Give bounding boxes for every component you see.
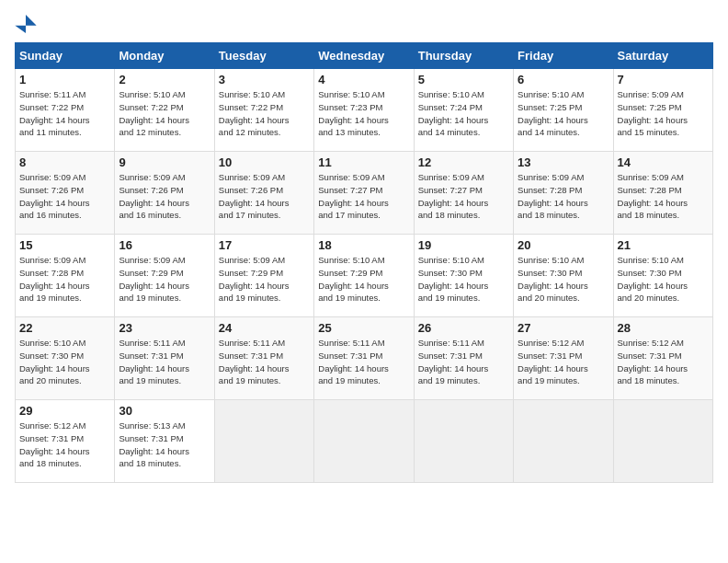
svg-marker-0: [26, 15, 37, 26]
calendar-body: 1Sunrise: 5:11 AM Sunset: 7:22 PM Daylig…: [16, 69, 713, 483]
day-number: 12: [418, 155, 509, 169]
day-number: 8: [19, 155, 110, 169]
calendar-cell: 5Sunrise: 5:10 AM Sunset: 7:24 PM Daylig…: [414, 69, 513, 152]
day-info: Sunrise: 5:10 AM Sunset: 7:23 PM Dayligh…: [318, 88, 409, 139]
calendar-cell: 27Sunrise: 5:12 AM Sunset: 7:31 PM Dayli…: [514, 317, 613, 400]
calendar-cell: [214, 400, 313, 483]
svg-marker-1: [15, 26, 26, 33]
day-info: Sunrise: 5:10 AM Sunset: 7:30 PM Dayligh…: [19, 337, 110, 387]
day-number: 17: [219, 238, 310, 252]
calendar-cell: 14Sunrise: 5:09 AM Sunset: 7:28 PM Dayli…: [613, 152, 712, 235]
day-info: Sunrise: 5:09 AM Sunset: 7:29 PM Dayligh…: [119, 254, 210, 304]
calendar-cell: 29Sunrise: 5:12 AM Sunset: 7:31 PM Dayli…: [16, 400, 115, 483]
day-number: 16: [119, 238, 210, 252]
day-number: 27: [518, 321, 609, 335]
calendar-cell: 15Sunrise: 5:09 AM Sunset: 7:28 PM Dayli…: [16, 235, 115, 317]
day-info: Sunrise: 5:12 AM Sunset: 7:31 PM Dayligh…: [518, 337, 609, 387]
calendar-cell: 11Sunrise: 5:09 AM Sunset: 7:27 PM Dayli…: [314, 152, 414, 235]
calendar-cell: 4Sunrise: 5:10 AM Sunset: 7:23 PM Daylig…: [314, 69, 414, 152]
day-info: Sunrise: 5:09 AM Sunset: 7:27 PM Dayligh…: [318, 171, 409, 222]
day-number: 14: [618, 155, 709, 169]
day-number: 1: [19, 73, 110, 86]
calendar-cell: 26Sunrise: 5:11 AM Sunset: 7:31 PM Dayli…: [414, 317, 513, 400]
calendar-cell: 8Sunrise: 5:09 AM Sunset: 7:26 PM Daylig…: [16, 152, 115, 235]
header-cell-wednesday: Wednesday: [314, 43, 414, 69]
calendar-cell: 24Sunrise: 5:11 AM Sunset: 7:31 PM Dayli…: [214, 317, 313, 400]
day-info: Sunrise: 5:09 AM Sunset: 7:26 PM Dayligh…: [219, 171, 310, 222]
day-info: Sunrise: 5:10 AM Sunset: 7:24 PM Dayligh…: [418, 88, 509, 139]
day-number: 13: [518, 155, 609, 169]
day-number: 30: [119, 404, 210, 418]
day-number: 22: [19, 321, 110, 335]
day-info: Sunrise: 5:12 AM Sunset: 7:31 PM Dayligh…: [618, 337, 709, 387]
calendar-cell: 18Sunrise: 5:10 AM Sunset: 7:29 PM Dayli…: [314, 235, 414, 317]
calendar-cell: 13Sunrise: 5:09 AM Sunset: 7:28 PM Dayli…: [514, 152, 613, 235]
header-row: SundayMondayTuesdayWednesdayThursdayFrid…: [16, 43, 713, 69]
day-info: Sunrise: 5:11 AM Sunset: 7:31 PM Dayligh…: [219, 337, 310, 387]
calendar-cell: 7Sunrise: 5:09 AM Sunset: 7:25 PM Daylig…: [613, 69, 712, 152]
day-info: Sunrise: 5:09 AM Sunset: 7:28 PM Dayligh…: [618, 171, 709, 222]
calendar-cell: 10Sunrise: 5:09 AM Sunset: 7:26 PM Dayli…: [214, 152, 313, 235]
calendar-cell: 6Sunrise: 5:10 AM Sunset: 7:25 PM Daylig…: [514, 69, 613, 152]
day-info: Sunrise: 5:09 AM Sunset: 7:25 PM Dayligh…: [618, 88, 709, 139]
calendar-cell: [613, 400, 712, 483]
day-number: 6: [518, 73, 609, 86]
calendar-cell: 16Sunrise: 5:09 AM Sunset: 7:29 PM Dayli…: [115, 235, 214, 317]
header-cell-monday: Monday: [115, 43, 214, 69]
calendar-cell: 20Sunrise: 5:10 AM Sunset: 7:30 PM Dayli…: [514, 235, 613, 317]
header-cell-friday: Friday: [514, 43, 613, 69]
day-number: 11: [318, 155, 409, 169]
day-info: Sunrise: 5:09 AM Sunset: 7:26 PM Dayligh…: [19, 171, 110, 222]
day-number: 5: [418, 73, 509, 86]
calendar-cell: 3Sunrise: 5:10 AM Sunset: 7:22 PM Daylig…: [214, 69, 313, 152]
calendar-week-3: 15Sunrise: 5:09 AM Sunset: 7:28 PM Dayli…: [16, 235, 713, 317]
day-info: Sunrise: 5:09 AM Sunset: 7:26 PM Dayligh…: [119, 171, 210, 222]
calendar-cell: 21Sunrise: 5:10 AM Sunset: 7:30 PM Dayli…: [613, 235, 712, 317]
day-info: Sunrise: 5:10 AM Sunset: 7:30 PM Dayligh…: [618, 254, 709, 304]
day-info: Sunrise: 5:09 AM Sunset: 7:27 PM Dayligh…: [418, 171, 509, 222]
day-number: 18: [318, 238, 409, 252]
day-number: 23: [119, 321, 210, 335]
day-info: Sunrise: 5:11 AM Sunset: 7:31 PM Dayligh…: [119, 337, 210, 387]
day-info: Sunrise: 5:10 AM Sunset: 7:22 PM Dayligh…: [219, 88, 310, 139]
day-number: 21: [618, 238, 709, 252]
day-info: Sunrise: 5:10 AM Sunset: 7:30 PM Dayligh…: [418, 254, 509, 304]
calendar-week-4: 22Sunrise: 5:10 AM Sunset: 7:30 PM Dayli…: [16, 317, 713, 400]
logo-icon: [15, 15, 37, 33]
day-info: Sunrise: 5:13 AM Sunset: 7:31 PM Dayligh…: [119, 419, 210, 470]
calendar-week-2: 8Sunrise: 5:09 AM Sunset: 7:26 PM Daylig…: [16, 152, 713, 235]
day-info: Sunrise: 5:12 AM Sunset: 7:31 PM Dayligh…: [19, 419, 110, 470]
calendar-cell: 19Sunrise: 5:10 AM Sunset: 7:30 PM Dayli…: [414, 235, 513, 317]
day-info: Sunrise: 5:10 AM Sunset: 7:25 PM Dayligh…: [518, 88, 609, 139]
day-number: 26: [418, 321, 509, 335]
calendar-cell: 17Sunrise: 5:09 AM Sunset: 7:29 PM Dayli…: [214, 235, 313, 317]
day-number: 29: [19, 404, 110, 418]
day-number: 25: [318, 321, 409, 335]
calendar-cell: 25Sunrise: 5:11 AM Sunset: 7:31 PM Dayli…: [314, 317, 414, 400]
day-number: 28: [618, 321, 709, 335]
calendar-header: SundayMondayTuesdayWednesdayThursdayFrid…: [16, 43, 713, 69]
calendar-cell: 28Sunrise: 5:12 AM Sunset: 7:31 PM Dayli…: [613, 317, 712, 400]
day-info: Sunrise: 5:10 AM Sunset: 7:22 PM Dayligh…: [119, 88, 210, 139]
header-cell-sunday: Sunday: [16, 43, 115, 69]
day-number: 10: [219, 155, 310, 169]
calendar-cell: 9Sunrise: 5:09 AM Sunset: 7:26 PM Daylig…: [115, 152, 214, 235]
header-cell-tuesday: Tuesday: [214, 43, 313, 69]
calendar-cell: 30Sunrise: 5:13 AM Sunset: 7:31 PM Dayli…: [115, 400, 214, 483]
day-number: 24: [219, 321, 310, 335]
day-number: 20: [518, 238, 609, 252]
day-number: 2: [119, 73, 210, 86]
calendar-cell: [314, 400, 414, 483]
day-info: Sunrise: 5:09 AM Sunset: 7:29 PM Dayligh…: [219, 254, 310, 304]
day-info: Sunrise: 5:09 AM Sunset: 7:28 PM Dayligh…: [19, 254, 110, 304]
calendar-cell: [414, 400, 513, 483]
calendar-cell: 2Sunrise: 5:10 AM Sunset: 7:22 PM Daylig…: [115, 69, 214, 152]
day-info: Sunrise: 5:10 AM Sunset: 7:29 PM Dayligh…: [318, 254, 409, 304]
calendar-cell: [514, 400, 613, 483]
day-number: 15: [19, 238, 110, 252]
calendar-cell: 23Sunrise: 5:11 AM Sunset: 7:31 PM Dayli…: [115, 317, 214, 400]
calendar-week-5: 29Sunrise: 5:12 AM Sunset: 7:31 PM Dayli…: [16, 400, 713, 483]
day-number: 7: [618, 73, 709, 86]
calendar-week-1: 1Sunrise: 5:11 AM Sunset: 7:22 PM Daylig…: [16, 69, 713, 152]
day-info: Sunrise: 5:09 AM Sunset: 7:28 PM Dayligh…: [518, 171, 609, 222]
